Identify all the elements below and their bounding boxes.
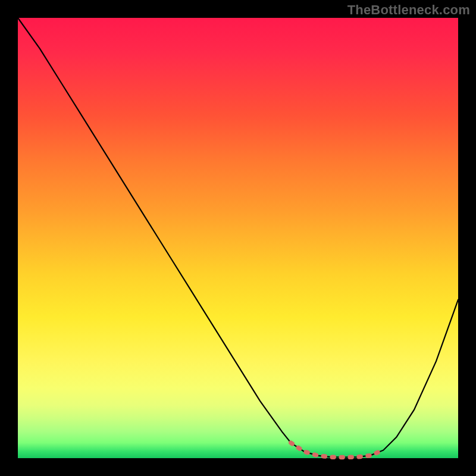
watermark-text: TheBottleneck.com: [347, 2, 470, 18]
chart-svg: [18, 18, 458, 458]
highlight-segment-path: [291, 443, 383, 457]
chart-frame: TheBottleneck.com: [0, 0, 476, 476]
main-curve-path: [18, 18, 458, 458]
